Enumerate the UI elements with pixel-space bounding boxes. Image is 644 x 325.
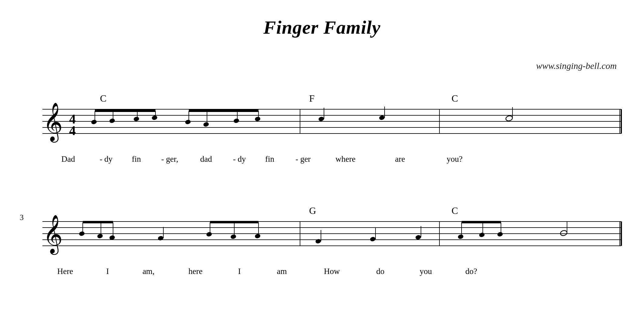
staff2-svg: 3 𝄞 G C — [18, 197, 624, 264]
svg-point-23 — [151, 115, 158, 120]
lyric-do1: do — [358, 267, 403, 276]
svg-point-29 — [185, 119, 191, 125]
svg-text:C: C — [452, 93, 458, 104]
svg-point-78 — [497, 232, 503, 237]
lyric-I2: I — [221, 267, 258, 276]
svg-point-31 — [233, 118, 239, 124]
svg-point-53 — [157, 235, 164, 241]
svg-point-20 — [91, 119, 97, 125]
svg-point-33 — [318, 116, 324, 122]
svg-point-22 — [133, 116, 139, 122]
website-url: www.singing-bell.com — [536, 61, 617, 71]
svg-point-69 — [415, 235, 421, 240]
lyrics-row1: Dad - dy fin - ger, dad - dy fin - ger w… — [18, 154, 626, 164]
svg-text:𝄞: 𝄞 — [43, 103, 63, 143]
staff1-svg: 𝄞 4 4 C F C — [18, 85, 624, 152]
lyric-are: are — [373, 154, 427, 164]
staff1: 𝄞 4 4 C F C — [18, 85, 626, 164]
svg-point-21 — [109, 118, 115, 124]
lyric-dy1: - dy — [94, 154, 118, 164]
svg-text:𝄞: 𝄞 — [43, 215, 63, 255]
lyric-ger2: - ger — [288, 154, 318, 164]
svg-point-76 — [457, 234, 464, 239]
svg-text:F: F — [309, 93, 315, 104]
svg-point-51 — [97, 233, 103, 239]
lyric-you1: you? — [427, 154, 482, 164]
svg-text:4: 4 — [69, 123, 76, 138]
svg-text:C: C — [452, 205, 458, 216]
lyric-dad: Dad — [42, 154, 94, 164]
svg-point-79 — [560, 230, 567, 236]
svg-point-67 — [369, 236, 376, 242]
lyric-do2: do? — [449, 267, 494, 276]
lyric-ger1: - ger, — [155, 154, 185, 164]
svg-point-61 — [254, 233, 261, 239]
lyric-dad2: dad — [185, 154, 227, 164]
svg-point-59 — [206, 232, 212, 237]
lyric-here1: Here — [42, 267, 88, 276]
svg-text:3: 3 — [20, 213, 24, 222]
lyric-I1: I — [88, 267, 127, 276]
svg-point-60 — [230, 234, 236, 239]
svg-point-77 — [479, 232, 485, 238]
svg-text:C: C — [100, 93, 106, 104]
page-title: Finger Family — [0, 0, 644, 38]
svg-text:G: G — [309, 205, 316, 216]
lyric-fin1: fin — [118, 154, 155, 164]
lyric-here2: here — [170, 267, 221, 276]
svg-point-65 — [315, 239, 321, 244]
lyric-you2: you — [403, 267, 449, 276]
lyrics-row2: Here I am, here I am How do you do? — [18, 267, 626, 276]
lyric-fin2: fin — [252, 154, 288, 164]
svg-point-35 — [379, 115, 385, 120]
svg-point-37 — [505, 115, 513, 121]
lyric-where: where — [318, 154, 373, 164]
svg-point-30 — [203, 122, 209, 127]
lyric-am1: am, — [127, 267, 170, 276]
svg-point-32 — [254, 116, 261, 122]
lyric-how: How — [306, 267, 358, 276]
lyric-am2: am — [258, 267, 306, 276]
svg-point-50 — [78, 231, 85, 236]
staff2: 3 𝄞 G C — [18, 197, 626, 276]
lyric-dy2: - dy — [227, 154, 252, 164]
